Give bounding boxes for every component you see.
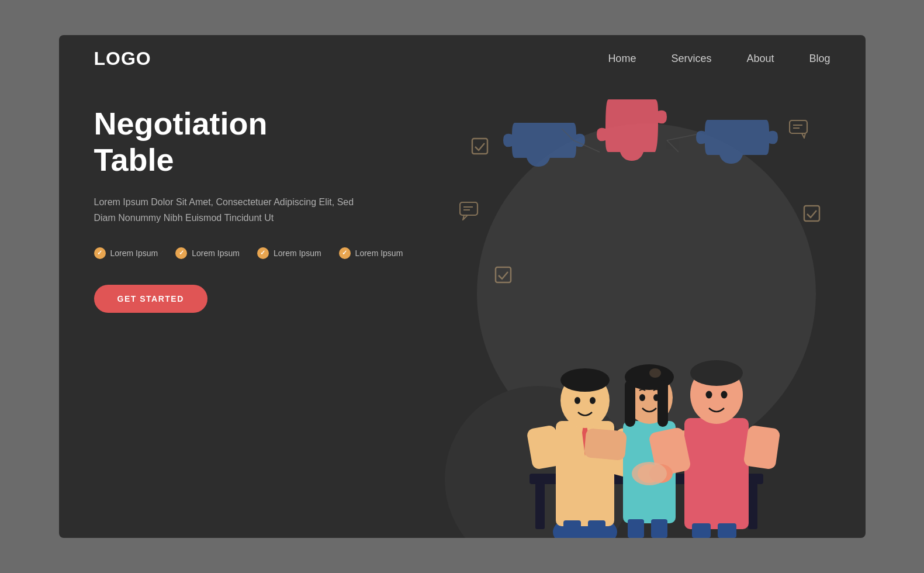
nav-item-about[interactable]: About <box>746 53 774 65</box>
nav-link-home[interactable]: Home <box>608 53 636 64</box>
svg-point-50 <box>721 391 727 399</box>
nav-item-blog[interactable]: Blog <box>809 53 830 65</box>
svg-point-40 <box>653 394 659 401</box>
svg-rect-14 <box>535 482 545 529</box>
svg-point-51 <box>632 462 667 485</box>
svg-line-12 <box>667 140 679 152</box>
page-wrapper: LOGO Home Services About Blog Negotiatio… <box>59 35 866 538</box>
svg-rect-41 <box>684 418 749 529</box>
left-content: NegotiationTable Lorem Ipsum Dolor Sit A… <box>94 105 410 313</box>
check-icon-3 <box>257 247 269 259</box>
people-illustration <box>471 187 822 538</box>
checklist-item-2: Lorem Ipsum <box>175 247 240 259</box>
logo: LOGO <box>94 48 608 70</box>
svg-point-26 <box>575 397 580 404</box>
svg-point-39 <box>639 394 645 401</box>
svg-line-11 <box>667 134 696 140</box>
check-icon-4 <box>339 247 351 259</box>
right-illustration <box>427 35 866 538</box>
checklist-label-1: Lorem Ipsum <box>110 248 158 258</box>
svg-rect-32 <box>657 380 668 427</box>
nav-link-about[interactable]: About <box>746 53 774 64</box>
svg-rect-37 <box>628 519 644 538</box>
checklist-label-4: Lorem Ipsum <box>355 248 403 258</box>
svg-rect-44 <box>743 425 780 470</box>
nav-links: Home Services About Blog <box>608 53 830 65</box>
checklist-label-3: Lorem Ipsum <box>274 248 321 258</box>
checklist-item-1: Lorem Ipsum <box>94 247 158 259</box>
hero-title: NegotiationTable <box>94 105 410 178</box>
nav-link-services[interactable]: Services <box>671 53 711 64</box>
svg-point-43 <box>690 360 743 386</box>
hero-description: Lorem Ipsum Dolor Sit Amet, Consectetuer… <box>94 194 375 226</box>
svg-rect-48 <box>718 523 736 538</box>
navbar: LOGO Home Services About Blog <box>59 35 866 82</box>
svg-rect-31 <box>625 380 635 427</box>
checklist-label-2: Lorem Ipsum <box>192 248 240 258</box>
svg-rect-38 <box>651 519 667 538</box>
checklist-item-3: Lorem Ipsum <box>257 247 321 259</box>
svg-rect-24 <box>563 520 581 538</box>
svg-rect-34 <box>583 428 627 461</box>
checklist-item-4: Lorem Ipsum <box>339 247 403 259</box>
svg-point-27 <box>590 397 596 404</box>
cta-button[interactable]: GET STARTED <box>94 285 207 313</box>
checklist: Lorem Ipsum Lorem Ipsum Lorem Ipsum Lore… <box>94 247 410 259</box>
svg-point-33 <box>649 368 661 378</box>
nav-link-blog[interactable]: Blog <box>809 53 830 64</box>
nav-item-home[interactable]: Home <box>608 53 636 65</box>
check-icon-1 <box>94 247 106 259</box>
svg-point-49 <box>705 391 712 399</box>
svg-point-20 <box>560 368 610 392</box>
nav-item-services[interactable]: Services <box>671 53 711 65</box>
check-icon-2 <box>175 247 187 259</box>
svg-rect-25 <box>588 520 605 538</box>
svg-rect-47 <box>692 523 711 538</box>
svg-rect-15 <box>748 482 757 529</box>
